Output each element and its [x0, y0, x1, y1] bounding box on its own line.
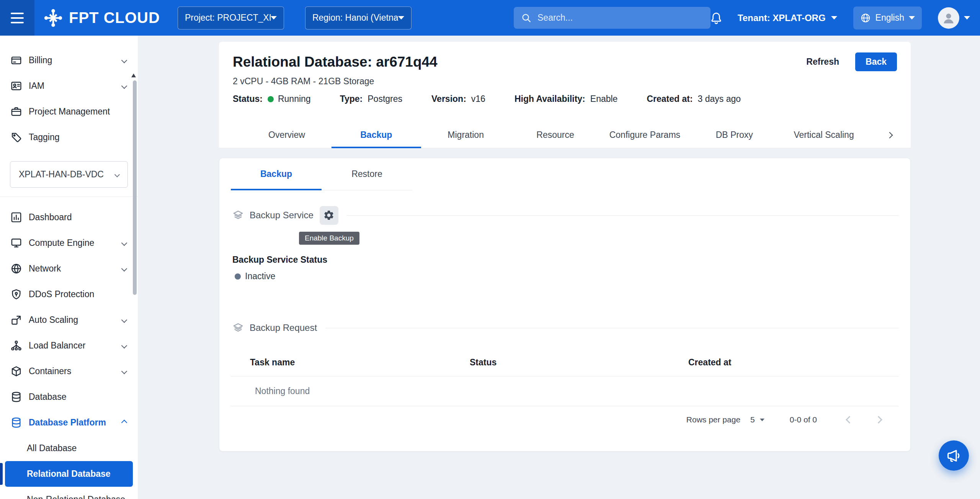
chevron-down-icon: [121, 57, 127, 64]
global-search: [514, 7, 710, 29]
sidebar-item-containers[interactable]: Containers: [0, 358, 138, 384]
backup-tab[interactable]: Backup: [231, 158, 322, 190]
shield-icon: [10, 288, 22, 300]
vdc-select[interactable]: XPLAT-HAN-DB-VDC: [10, 161, 128, 188]
megaphone-icon: [946, 448, 962, 464]
sidebar-item-compute-engine[interactable]: Compute Engine: [0, 230, 138, 256]
gear-icon: [323, 209, 335, 221]
column-status: Status: [470, 357, 688, 368]
page-title: Relational Database: ar671q44: [233, 54, 438, 70]
sidebar-item-network[interactable]: Network: [0, 256, 138, 281]
tenant-label: Tenant: XPLAT-ORG: [738, 13, 826, 23]
monitor-icon: [10, 237, 22, 249]
fpt-logo-mark: [43, 8, 64, 28]
section-divider: [347, 215, 899, 216]
topbar-right: Tenant: XPLAT-ORG English: [709, 7, 980, 29]
sidebar-item-database-platform[interactable]: Database Platform: [0, 410, 138, 435]
sidebar-item-relational-database[interactable]: Relational Database: [5, 461, 133, 487]
enable-backup-tooltip: Enable Backup: [299, 232, 359, 245]
chevron-down-icon: [909, 16, 915, 20]
iam-icon: [10, 80, 22, 92]
project-selector[interactable]: Project: PROJECT_XPL...: [178, 7, 284, 29]
logo-text: FPT CLOUD: [69, 9, 160, 26]
billing-icon: [10, 54, 22, 66]
chevron-down-icon: [760, 419, 764, 421]
menu-button[interactable]: [0, 0, 34, 36]
vdc-select-value: XPLAT-HAN-DB-VDC: [19, 169, 104, 180]
tab-backup[interactable]: Backup: [332, 122, 421, 148]
tab-overview[interactable]: Overview: [242, 122, 332, 148]
next-page-button[interactable]: [875, 416, 882, 424]
rows-per-page-label: Rows per page: [686, 415, 740, 424]
dashboard-icon: [10, 211, 22, 223]
status-value: Running: [278, 94, 311, 104]
sidebar-scrollbar[interactable]: [133, 80, 137, 295]
sidebar-item-database[interactable]: Database: [0, 384, 138, 410]
bell-icon: [709, 11, 723, 25]
backup-service-status: Inactive: [235, 271, 899, 281]
meta-created-at: Created at: 3 days ago: [647, 94, 741, 104]
sidebar: Billing IAM Project Management Tagging X…: [0, 36, 138, 499]
tab-migration[interactable]: Migration: [421, 122, 511, 148]
announcement-fab[interactable]: [939, 440, 969, 471]
tab-resource[interactable]: Resource: [511, 122, 600, 148]
restore-tab[interactable]: Restore: [322, 158, 412, 190]
pagination-range: 0-0 of 0: [790, 415, 817, 424]
db-detail-header: Relational Database: ar671q44 Refresh Ba…: [219, 42, 911, 148]
main-content: Relational Database: ar671q44 Refresh Ba…: [138, 36, 980, 499]
account-menu[interactable]: [938, 7, 970, 29]
sidebar-item-dashboard[interactable]: Dashboard: [0, 205, 138, 230]
chevron-down-icon: [121, 317, 127, 323]
network-globe-icon: [10, 263, 22, 275]
backup-restore-tabs: Backup Restore: [231, 158, 412, 190]
previous-page-button[interactable]: [846, 416, 853, 424]
tab-configure-params[interactable]: Configure Params: [600, 122, 689, 148]
refresh-button[interactable]: Refresh: [806, 57, 839, 67]
notifications-button[interactable]: [709, 11, 723, 25]
tag-icon: [10, 131, 22, 143]
menu-icon: [11, 13, 24, 14]
chevron-up-icon: [121, 420, 127, 426]
tab-db-proxy[interactable]: DB Proxy: [689, 122, 779, 148]
tenant-menu[interactable]: Tenant: XPLAT-ORG: [738, 13, 837, 23]
region-selector-label: Region: Hanoi (Vietna...: [312, 13, 398, 23]
sidebar-item-load-balancer[interactable]: Load Balancer: [0, 333, 138, 358]
table-empty-row: Nothing found: [231, 376, 899, 406]
chevron-down-icon: [121, 83, 127, 89]
project-icon: [10, 106, 22, 118]
tabs-scroll-right-button[interactable]: [869, 122, 911, 148]
chevron-down-icon: [271, 16, 277, 20]
load-balancer-icon: [10, 340, 22, 352]
rows-per-page-select[interactable]: 5: [750, 415, 764, 424]
search-input[interactable]: [537, 13, 704, 23]
backup-service-section-header: Backup Service: [232, 206, 899, 225]
sidebar-item-iam[interactable]: IAM: [0, 73, 138, 99]
chevron-down-icon: [831, 16, 837, 20]
backup-request-section-header: Backup Request: [232, 318, 899, 337]
sidebar-divider: [0, 196, 138, 197]
back-button[interactable]: Back: [855, 52, 897, 71]
database-platform-icon: [10, 417, 22, 429]
backup-request-table: Task name Status Created at Nothing foun…: [231, 349, 899, 406]
sidebar-item-non-relational-database[interactable]: Non-Relational Database: [0, 487, 138, 499]
user-icon: [941, 10, 956, 26]
layers-icon: [232, 209, 244, 221]
backup-settings-button[interactable]: [320, 206, 338, 225]
tab-vertical-scaling[interactable]: Vertical Scaling: [779, 122, 869, 148]
empty-text: Nothing found: [231, 386, 470, 396]
pagination: Rows per page 5 0-0 of 0: [231, 408, 899, 432]
chevron-down-icon: [121, 368, 127, 375]
sidebar-item-ddos-protection[interactable]: DDoS Protection: [0, 281, 138, 307]
region-selector[interactable]: Region: Hanoi (Vietna...: [305, 7, 412, 29]
sidebar-item-billing[interactable]: Billing: [0, 47, 138, 73]
fpt-cloud-logo[interactable]: FPT CLOUD: [43, 8, 160, 28]
topbar: FPT CLOUD Project: PROJECT_XPL... Region…: [0, 0, 980, 36]
sidebar-item-tagging[interactable]: Tagging: [0, 124, 138, 150]
status-running-dot: [268, 96, 274, 102]
sidebar-item-auto-scaling[interactable]: Auto Scaling: [0, 307, 138, 333]
sidebar-item-project-management[interactable]: Project Management: [0, 99, 138, 124]
sidebar-item-all-database[interactable]: All Database: [0, 435, 138, 461]
instance-meta: Status: Running Type: Postgres Version: …: [233, 94, 897, 104]
sidebar-scroll-up-arrow[interactable]: [131, 74, 136, 77]
language-selector[interactable]: English: [853, 7, 922, 29]
